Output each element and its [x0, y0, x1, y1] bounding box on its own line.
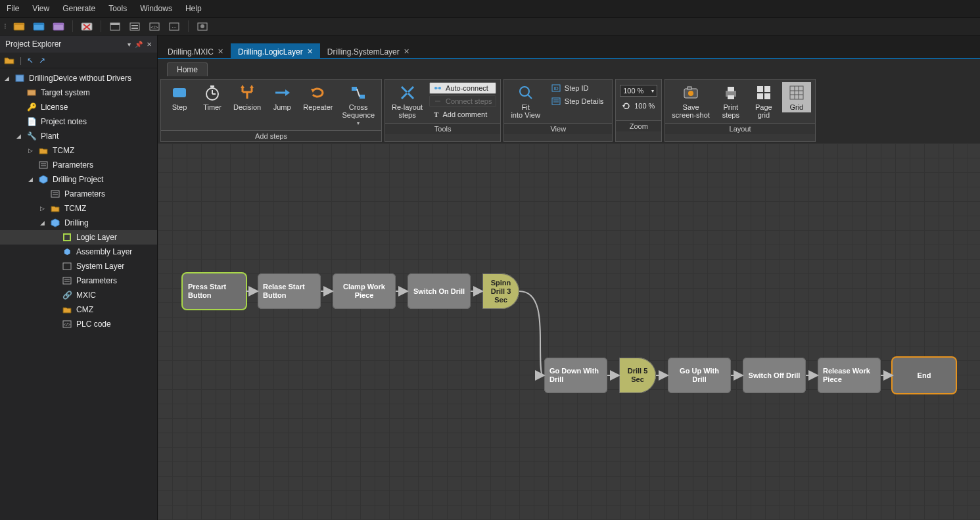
close-icon[interactable]: ✕: [307, 47, 313, 56]
ribbon-grid-button[interactable]: Grid: [782, 82, 811, 112]
tree-assembly-layer[interactable]: ⬢Assembly Layer: [0, 245, 157, 259]
svg-rect-41: [210, 85, 214, 87]
close-icon[interactable]: ✕: [404, 47, 409, 56]
ribbon-relayout-button[interactable]: Re-layout steps: [389, 82, 425, 120]
tree-logic-layer[interactable]: Logic Layer: [0, 230, 157, 245]
svg-line-49: [357, 89, 360, 97]
zoom-reset-button[interactable]: 100 %: [620, 101, 657, 111]
flow-node-switch-on[interactable]: Switch On Drill: [408, 273, 471, 309]
ribbon-repeater-button[interactable]: Repeater: [300, 82, 335, 112]
flow-node-release-piece[interactable]: Release Work Piece: [818, 358, 881, 393]
svg-line-59: [528, 95, 532, 99]
tool-icon-1[interactable]: ↖: [27, 56, 34, 65]
flow-node-spin-timer[interactable]: Spinn Drill 3 Sec: [482, 273, 519, 309]
panel-close-icon[interactable]: ✕: [147, 41, 152, 48]
tree-cmz[interactable]: CMZ: [0, 302, 157, 317]
menu-view[interactable]: View: [32, 4, 49, 13]
svg-marker-46: [311, 89, 315, 93]
tab-systemlayer[interactable]: Drilling.SystemLayer✕: [320, 43, 417, 59]
tree-system-layer[interactable]: System Layer: [0, 259, 157, 273]
flow-node-drill-timer[interactable]: Drill 5 Sec: [619, 358, 656, 393]
svg-marker-25: [39, 176, 47, 183]
ribbon-tab-strip: Home: [158, 59, 980, 76]
ribbon-group-title: Layout: [665, 123, 814, 134]
svg-rect-73: [764, 86, 770, 92]
tree-tcmz-2[interactable]: ▷TCMZ: [0, 201, 157, 216]
svg-text:ID: ID: [553, 86, 558, 91]
ribbon-tab-home[interactable]: Home: [167, 62, 208, 76]
tree-tcmz[interactable]: ▷TCMZ: [0, 143, 157, 158]
ribbon-cross-sequence-button[interactable]: Cross Sequence▾: [339, 82, 377, 128]
svg-rect-11: [130, 23, 139, 30]
ribbon-timer-button[interactable]: Timer: [198, 82, 227, 112]
flow-node-go-down[interactable]: Go Down With Drill: [544, 358, 607, 393]
ribbon-decision-button[interactable]: Decision: [231, 82, 264, 112]
panel-menu-icon[interactable]: ▾: [128, 41, 131, 48]
svg-rect-72: [757, 86, 763, 92]
ribbon-jump-button[interactable]: Jump: [268, 82, 296, 112]
flow-node-release-start[interactable]: Relase Start Button: [258, 273, 321, 309]
flow-canvas[interactable]: Press Start Button Relase Start Button C…: [158, 143, 980, 520]
tree-project-notes[interactable]: 📄Project notes: [0, 114, 157, 129]
tool-icon-2[interactable]: ↗: [39, 56, 45, 65]
project-explorer-panel: Project Explorer ▾ 📌 ✕ | ↖ ↗ ◢DrillingDe…: [0, 35, 158, 520]
svg-rect-30: [64, 234, 70, 241]
tree-plc-code[interactable]: </>PLC code: [0, 317, 157, 331]
menu-generate[interactable]: Generate: [62, 4, 95, 13]
zoom-value[interactable]: 100 %▾: [620, 85, 657, 97]
toolbar-btn-5[interactable]: [108, 20, 122, 33]
menu-file[interactable]: File: [7, 4, 19, 13]
ribbon-fit-button[interactable]: Fit into View: [508, 82, 542, 120]
menu-windows[interactable]: Windows: [140, 4, 172, 13]
tree-mxic[interactable]: 🔗MXIC: [0, 288, 157, 302]
flow-node-end[interactable]: End: [893, 358, 956, 393]
ribbon-print-steps-button[interactable]: Print steps: [716, 82, 745, 120]
tree-license[interactable]: 🔑License: [0, 100, 157, 114]
folder-open-icon[interactable]: [4, 55, 14, 66]
ribbon-stepdetails-button[interactable]: Step Details: [547, 95, 608, 107]
flow-node-press-start[interactable]: Press Start Button: [183, 273, 246, 309]
svg-point-67: [688, 91, 693, 96]
ribbon-save-screenshot-button[interactable]: Save screen-shot: [669, 82, 712, 120]
toolbar-btn-7[interactable]: </>: [147, 20, 162, 33]
tree-target-system[interactable]: Target system: [0, 85, 157, 100]
svg-marker-45: [285, 89, 290, 96]
toolbar-btn-2[interactable]: [32, 20, 46, 33]
close-icon[interactable]: ✕: [218, 47, 223, 56]
menu-tools[interactable]: Tools: [108, 4, 127, 13]
panel-toolbar: | ↖ ↗: [0, 53, 157, 68]
tab-logiclayer[interactable]: Drilling.LogicLayer✕: [231, 43, 320, 59]
svg-marker-29: [51, 219, 59, 227]
ribbon-step-button[interactable]: Step: [165, 82, 194, 112]
tree-plant[interactable]: ◢🔧Plant: [0, 129, 157, 143]
ribbon-page-grid-button[interactable]: Page grid: [749, 82, 778, 120]
toolbar-btn-9[interactable]: [195, 20, 210, 33]
toolbar-btn-1[interactable]: [12, 20, 26, 33]
tree-parameters-2[interactable]: Parameters: [0, 187, 157, 201]
tree-drilling[interactable]: ◢Drilling: [0, 216, 157, 230]
menu-help[interactable]: Help: [185, 4, 202, 13]
flow-node-switch-off[interactable]: Switch Off Drill: [743, 358, 806, 393]
ribbon-group-title: Zoom: [616, 120, 661, 131]
flow-node-clamp[interactable]: Clamp Work Piece: [333, 273, 396, 309]
ribbon-autoconnect-button[interactable]: Auto-connect: [429, 82, 496, 94]
svg-text:⋯: ⋯: [172, 24, 177, 30]
ribbon-stepid-button[interactable]: IDStep ID: [547, 82, 608, 94]
tree-parameters-3[interactable]: Parameters: [0, 273, 157, 288]
toolbar-btn-3[interactable]: [51, 20, 66, 33]
canvas-viewport[interactable]: Press Start Button Relase Start Button C…: [158, 143, 980, 520]
tree-root[interactable]: ◢DrillingDevice without Drivers: [0, 71, 157, 85]
tree-parameters[interactable]: Parameters: [0, 158, 157, 172]
toolbar-btn-4[interactable]: [80, 20, 94, 33]
svg-marker-43: [250, 85, 254, 88]
svg-marker-42: [241, 85, 245, 88]
tab-mxic[interactable]: Drilling.MXIC✕: [160, 43, 231, 59]
svg-rect-71: [728, 95, 734, 99]
ribbon-connectsteps-button[interactable]: Connect steps: [429, 95, 496, 107]
toolbar-btn-8[interactable]: ⋯: [167, 20, 181, 33]
tree-drilling-project[interactable]: ◢Drilling Project: [0, 172, 157, 187]
ribbon-addcomment-button[interactable]: TAdd comment: [429, 108, 496, 120]
panel-pin-icon[interactable]: 📌: [135, 41, 143, 48]
flow-node-go-up[interactable]: Go Up With Drill: [668, 358, 731, 393]
toolbar-btn-6[interactable]: [128, 20, 142, 33]
